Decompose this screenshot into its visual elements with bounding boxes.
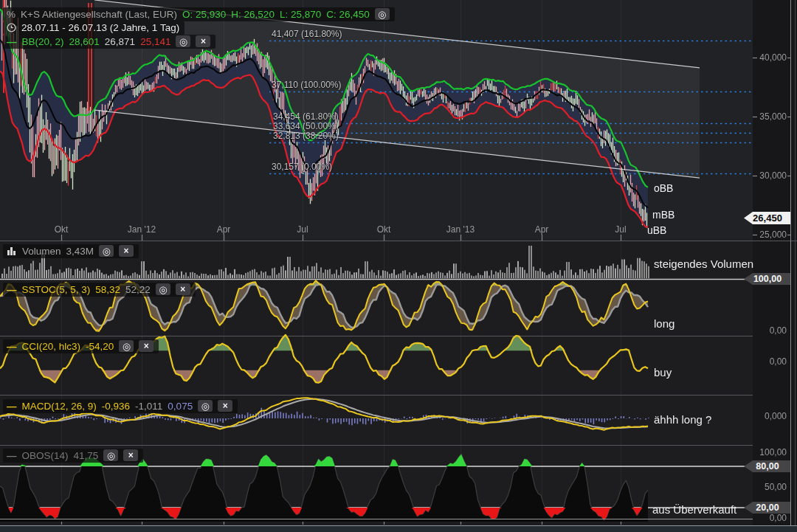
- obb-label: oBB: [654, 182, 673, 194]
- ohlc-low-value: 25,870: [291, 9, 321, 20]
- fib-level-100[interactable]: 37,110 (100.00%): [272, 80, 342, 90]
- y-tick-35000: 35,000: [742, 111, 787, 122]
- y-tick-30000: 30,000: [742, 170, 787, 181]
- macd-hist-value: 0,075: [168, 401, 193, 412]
- last-price-tag: 26,450: [744, 212, 791, 224]
- x-tick-jul12: Jul: [297, 224, 308, 235]
- sstoc-close-button[interactable]: ×: [176, 283, 190, 295]
- charting-window: % K+S Aktiengesellschaft (Last, EUR) O: …: [0, 0, 797, 532]
- obos-settings-button[interactable]: ◎: [103, 449, 118, 461]
- annotation-buy[interactable]: buy: [654, 366, 672, 379]
- bb-name: BB(20, 2): [22, 36, 64, 47]
- x-tick-apr13: Apr: [535, 224, 549, 235]
- sstoc-name: SSTOC(5, 5, 3): [22, 284, 91, 295]
- fib-level-161[interactable]: 41,407 (161.80%): [272, 29, 342, 39]
- window-bottom-bar: [0, 526, 797, 532]
- obos-value: 41,75: [74, 450, 99, 461]
- volume-bars-icon: [7, 246, 17, 255]
- annotation-long[interactable]: long: [654, 317, 674, 330]
- mbb-label: mBB: [652, 209, 674, 221]
- cci-line-icon: —: [7, 341, 17, 352]
- macd-signal-value: -1,011: [135, 401, 162, 412]
- fib-level-61[interactable]: 34,454 (61.80%): [273, 111, 339, 122]
- annotation-steigendes-volumen[interactable]: steigendes Volumen: [654, 258, 753, 270]
- cci-close-button[interactable]: ×: [139, 340, 153, 352]
- volume-settings-button[interactable]: ◎: [99, 245, 114, 257]
- obos-0-label: 0,00: [742, 513, 787, 523]
- bb-middle-value: 26,871: [105, 36, 135, 47]
- bb-settings-button[interactable]: ◎: [176, 35, 190, 47]
- x-tick-jul13: Jul: [615, 224, 626, 235]
- ohlc-open-label: O:: [182, 9, 193, 20]
- instrument-legend: % K+S Aktiengesellschaft (Last, EUR) O: …: [3, 7, 395, 21]
- macd-0-label: 0,000: [742, 411, 787, 421]
- macd-line-icon: —: [7, 401, 17, 412]
- annotation-aus-ueberverkauft[interactable]: aus Überverkauft: [652, 503, 736, 516]
- macd-legend: — MACD(12, 26, 9) -0,936 -1,011 0,075 ◎ …: [3, 399, 238, 413]
- macd-close-button[interactable]: ×: [218, 400, 232, 412]
- bb-upper-value: 28,601: [69, 36, 100, 47]
- ohlc-close-value: 26,450: [339, 9, 369, 20]
- volume-legend: Volumen 3,43M ◎ ×: [3, 244, 139, 258]
- clock-icon: [7, 23, 16, 32]
- fib-level-38[interactable]: 32,813 (38.20%): [273, 131, 339, 141]
- ohlc-close-label: C:: [326, 9, 337, 20]
- y-tick-40000: 40,000: [742, 52, 787, 63]
- sstoc-line-icon: —: [7, 284, 17, 295]
- period-text: 28.07.11 - 26.07.13 (2 Jahre, 1 Tag): [21, 22, 179, 33]
- instrument-title: K+S Aktiengesellschaft (Last, EUR): [21, 9, 177, 20]
- sstoc-value-k: 58,32: [95, 284, 120, 295]
- instrument-settings-button[interactable]: ◎: [375, 8, 390, 20]
- obos-100-label: 100,00: [742, 447, 787, 457]
- y-tick-25000: 25,000: [742, 229, 787, 240]
- obos-80-tag: 80,00: [744, 460, 791, 472]
- volume-close-button[interactable]: ×: [119, 245, 134, 257]
- x-tick-okt12: Okt: [377, 224, 391, 235]
- obos-close-button[interactable]: ×: [123, 449, 138, 461]
- macd-settings-button[interactable]: ◎: [198, 400, 213, 412]
- window-right-border-inner: [795, 0, 796, 525]
- cci-0-label: 0,00: [742, 356, 787, 367]
- x-tick-okt11: Okt: [55, 224, 69, 235]
- obos-20-tag: 20,00: [744, 502, 791, 514]
- fib-level-0[interactable]: 30,157 (0.00%): [272, 162, 332, 172]
- macd-value: -0,936: [102, 401, 130, 412]
- volume-name: Volumen: [22, 246, 61, 257]
- bb-close-button[interactable]: ×: [196, 35, 210, 47]
- sstoc-legend: — SSTOC(5, 5, 3) 58,32 52,22 ◎ ×: [3, 283, 196, 297]
- bb-legend: — BB(20, 2) 28,601 26,871 25,141 ◎ ×: [3, 35, 215, 49]
- sstoc-100-tag: 100,00: [744, 273, 791, 285]
- sstoc-0-label: 0,00: [742, 325, 787, 336]
- macd-name: MACD(12, 26, 9): [22, 401, 97, 412]
- ohlc-high-value: 26,520: [244, 9, 275, 20]
- obos-name: OBOS(14): [22, 450, 69, 461]
- obos-line-icon: —: [7, 450, 17, 461]
- sstoc-settings-button[interactable]: ◎: [156, 283, 170, 295]
- bb-line-icon: —: [7, 36, 17, 47]
- bb-lower-value: 25,141: [140, 36, 170, 47]
- cci-legend: — CCI(20, hlc3) -54,20 ◎ ×: [3, 339, 159, 353]
- sstoc-value-d: 52,22: [125, 284, 151, 295]
- volume-value: 3,43M: [66, 246, 94, 257]
- obos-legend: — OBOS(14) 41,75 ◎ ×: [3, 449, 143, 463]
- obos-50-label: 50,00: [742, 482, 787, 492]
- cci-settings-button[interactable]: ◎: [119, 340, 134, 352]
- period-legend: 28.07.11 - 26.07.13 (2 Jahre, 1 Tag): [3, 21, 184, 35]
- ohlc-high-label: H:: [231, 9, 241, 20]
- cci-name: CCI(20, hlc3): [22, 341, 81, 352]
- x-tick-jan13: Jan '13: [446, 224, 475, 235]
- ohlc-open-value: 25,930: [196, 9, 226, 20]
- annotation-aehhh-long[interactable]: ähhh long ?: [654, 413, 711, 426]
- ubb-label: uBB: [647, 224, 666, 236]
- scale-percent-icon: %: [7, 9, 15, 20]
- x-tick-jan12: Jan '12: [128, 224, 156, 235]
- fib-level-50[interactable]: 33,634 (50.00%): [273, 121, 339, 131]
- cci-value: -54,20: [86, 341, 114, 352]
- x-tick-apr12: Apr: [217, 224, 231, 235]
- window-right-border: [790, 0, 791, 525]
- ohlc-low-label: L:: [280, 9, 288, 20]
